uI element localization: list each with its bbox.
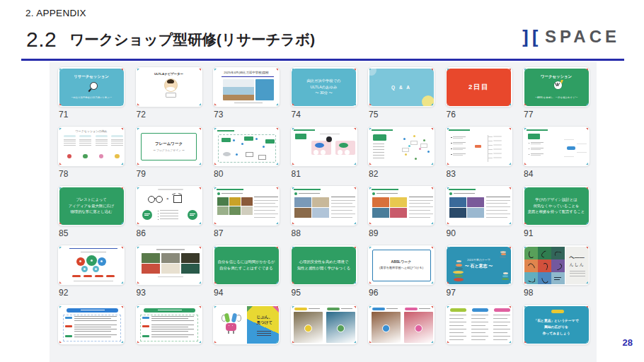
map-node [423, 139, 425, 141]
box-icon [173, 195, 182, 203]
corner-tick [121, 247, 123, 249]
flow-node [222, 138, 231, 142]
corner-tick [59, 103, 62, 105]
text-bar [257, 331, 271, 332]
map-node [413, 135, 415, 137]
step-pill [111, 135, 123, 138]
footer-bar [74, 281, 113, 281]
slide-thumbnail: じぶん、見つけて [212, 304, 280, 345]
green-frame [141, 133, 197, 160]
red-pill [95, 275, 103, 278]
slide-cell [367, 304, 435, 359]
corner-tick [586, 69, 588, 71]
glasses-bridge [154, 198, 156, 199]
slide-thumbnail: フレームワーク〜 プログラムデザイン 〜 [135, 126, 203, 167]
corner-tick [276, 103, 278, 105]
text-bar [409, 203, 430, 204]
statement-line: ブレストによって [76, 197, 106, 202]
bullet-dot [158, 216, 159, 217]
corner-tick [121, 341, 123, 343]
slide-content [59, 247, 124, 284]
slide-number: 98 [522, 288, 590, 298]
step-icon [115, 154, 120, 159]
label-pill [327, 308, 340, 310]
text-bar [74, 316, 117, 317]
corner-tick [524, 281, 527, 284]
text-bar [531, 144, 541, 144]
corner-tick [199, 128, 201, 130]
map-node [427, 151, 430, 153]
slide-thumbnail: 自分を信じるには時間がかかるが自分を満たすことはすぐできる [212, 245, 280, 286]
number-badge [372, 192, 375, 195]
slide-content: ULTLAナビゲーター [137, 69, 201, 106]
slide-thumbnail: リサーチセッション〜由比ガ浜中学校のULTLAから学ぶ〜 [57, 66, 125, 107]
slide-content: 2024年度のテーマ〜 石と意志 〜 [447, 247, 511, 284]
corner-tick [59, 187, 62, 189]
slide-content: Q & A [369, 69, 434, 106]
corner-tick [121, 306, 123, 308]
squiggle-glyph [529, 250, 534, 258]
tree-twig [488, 149, 493, 150]
slide-number: 84 [522, 169, 590, 179]
photo-tile [217, 197, 229, 206]
slide-thumbnail: ABSLワーク(美学を教科学習へと結びつける) [367, 245, 435, 286]
corner-tick [199, 247, 201, 249]
text-bar [409, 197, 433, 198]
outline-box [420, 144, 427, 148]
stones-subtitle: 2024年度のテーマ [447, 258, 511, 262]
text-bar [449, 318, 464, 319]
text-bar [151, 334, 194, 335]
text-bar [493, 315, 510, 315]
corner-tick [447, 187, 449, 189]
corner-tick [431, 306, 433, 308]
corner-tick [431, 222, 433, 224]
slide-content: リサーチセッション〜由比ガ浜中学校のULTLAから学ぶ〜 [59, 69, 124, 106]
photo-tile [142, 253, 160, 263]
corner-tick [276, 341, 278, 343]
photo-tile [294, 208, 311, 218]
text-bar [331, 206, 355, 207]
slide-cell: 92 [57, 245, 125, 300]
text-bar [254, 217, 275, 218]
slide-cell: へ——んしん98 [522, 245, 590, 300]
corner-tick [59, 163, 62, 165]
avatar-shirt [166, 87, 175, 91]
column-pill [472, 308, 488, 312]
photo-tile [312, 208, 329, 218]
slide-thumbnail: 由比ガ浜中学校でのULTLAのあゆみ〜 30分 〜 [290, 66, 358, 107]
corner-tick [121, 281, 123, 284]
slide-thumbnail: × [135, 185, 203, 226]
text-bar [151, 318, 188, 319]
bullet-dot [451, 148, 452, 150]
header-bar [294, 189, 321, 191]
text-bar [373, 155, 384, 156]
slide-thumbnail [135, 245, 203, 286]
slide-number: 82 [367, 169, 435, 179]
corner-tick [59, 128, 62, 130]
slide-number: 73 [212, 110, 280, 119]
text-bar [96, 141, 108, 141]
corner-tick [354, 103, 356, 105]
white-dot [321, 150, 326, 155]
section-pill [142, 317, 149, 320]
glasses-lens [148, 196, 155, 203]
text-bar [453, 136, 466, 137]
text-bar [486, 203, 507, 204]
corner-tick [354, 128, 356, 130]
tree-twig [488, 141, 493, 141]
slide-number: 92 [57, 288, 125, 298]
title-bar [158, 189, 183, 190]
text-bar [74, 327, 111, 327]
tree-twig [488, 136, 493, 137]
stone [501, 253, 506, 255]
slide-content [369, 306, 434, 344]
photo-tile [449, 208, 466, 218]
slide-cell: 学びのデザイン設計とは何気なくやっていることを意図と根拠を持って配置すること91 [522, 185, 590, 240]
corner-tick [292, 281, 294, 284]
corner-tick [292, 128, 294, 130]
slide-content [214, 128, 279, 165]
badge-circle [337, 325, 345, 332]
text-bar [64, 141, 76, 141]
slide-cell: じぶん、見つけて [212, 304, 280, 359]
corner-tick [586, 103, 588, 105]
